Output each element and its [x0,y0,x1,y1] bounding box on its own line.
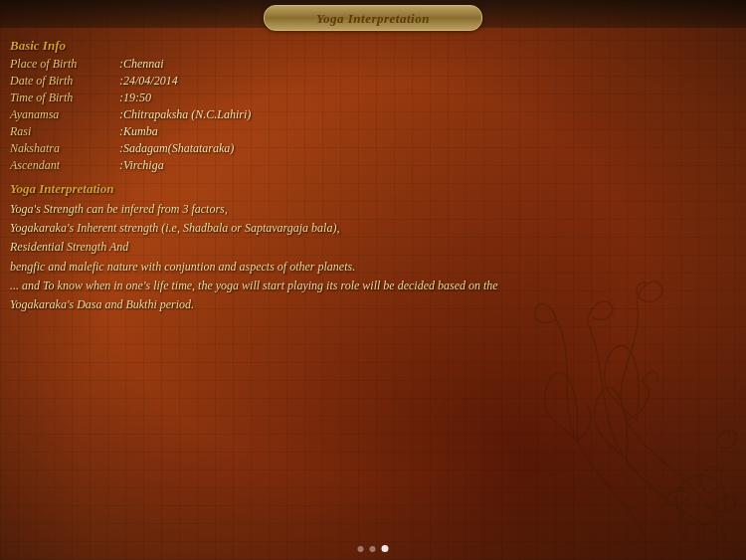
info-label: Rasi [10,124,119,139]
info-value: :Kumba [119,124,158,139]
info-value: :Chitrapaksha (N.C.Lahiri) [119,107,251,122]
info-row: Rasi:Kumba [10,124,736,139]
pagination-dot-1[interactable] [370,546,376,552]
info-value: :Chennai [119,57,164,72]
info-value: :19:50 [119,91,151,105]
info-label: Ayanamsa [10,107,119,122]
content-area: Basic Info Place of Birth:ChennaiDate of… [0,30,746,530]
info-value: :Virchiga [119,158,164,173]
interpretation-line: Yogakaraka's Dasa and Bukthi period. [10,295,627,314]
interpretation-line: Yogakaraka's Inherent strength (i.e, Sha… [10,219,627,238]
info-value: :Sadagam(Shatataraka) [119,141,234,156]
info-label: Nakshatra [10,141,119,156]
info-row: Place of Birth:Chennai [10,57,736,72]
info-label: Ascendant [10,158,119,173]
header-bar: Yoga Interpretation [264,5,482,31]
info-row: Nakshatra:Sadagam(Shatataraka) [10,141,736,156]
interpretation-line: bengfic and malefic nature with conjunti… [10,258,627,277]
pagination-dot-2[interactable] [382,545,389,552]
header-title: Yoga Interpretation [316,11,430,26]
basic-info-title: Basic Info [10,38,736,54]
interpretation-line: Residential Strength And [10,238,627,257]
interpretation-lines: Yoga's Strength can be infered from 3 fa… [10,200,627,314]
interpretation-line: Yoga's Strength can be infered from 3 fa… [10,200,627,219]
info-label: Place of Birth [10,57,119,72]
pagination [358,545,389,552]
info-rows: Place of Birth:ChennaiDate of Birth:24/0… [10,57,736,173]
info-row: Ascendant:Virchiga [10,158,736,173]
interpretation-line: ... and To know when in one's life time,… [10,277,627,295]
info-label: Time of Birth [10,91,119,105]
info-row: Ayanamsa:Chitrapaksha (N.C.Lahiri) [10,107,736,122]
info-row: Time of Birth:19:50 [10,91,736,105]
pagination-dot-0[interactable] [358,546,364,552]
info-value: :24/04/2014 [119,74,178,89]
yoga-interpretation-title: Yoga Interpretation [10,181,736,197]
info-row: Date of Birth:24/04/2014 [10,74,736,89]
info-label: Date of Birth [10,74,119,89]
